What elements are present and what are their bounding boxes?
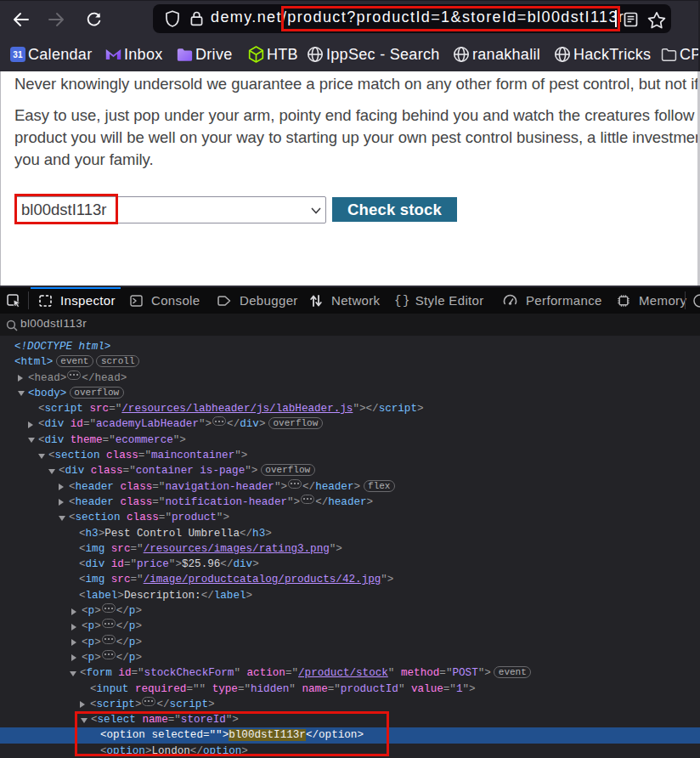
svg-text:31: 31 [13,50,23,59]
